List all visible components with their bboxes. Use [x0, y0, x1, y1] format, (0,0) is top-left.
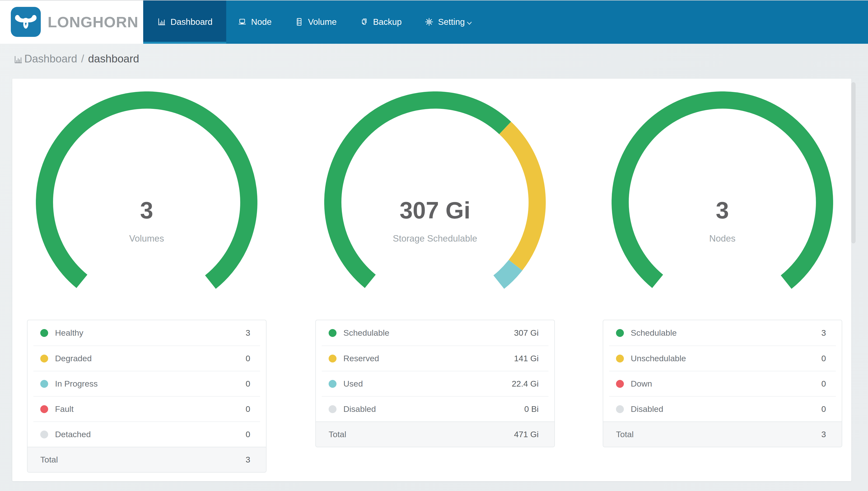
legend-dot [40, 431, 48, 438]
legend-label: Schedulable [343, 328, 389, 338]
nav-item-volume[interactable]: Volume [295, 0, 337, 44]
nav-item-label: Setting [438, 17, 465, 27]
legend-row: Detached0 [33, 422, 260, 447]
copy-icon [360, 18, 369, 26]
legend-total-label: Total [616, 430, 634, 439]
bar-chart-icon [157, 18, 166, 26]
breadcrumb-section[interactable]: Dashboard [24, 53, 77, 65]
longhorn-logo[interactable] [11, 7, 41, 37]
legend-items: Schedulable307 GiReserved141 GiUsed22.4 … [316, 320, 554, 422]
legend-label: Unschedulable [631, 354, 686, 363]
top-hairline [0, 0, 868, 0]
legend-total-value: 3 [822, 430, 826, 439]
nav-item-label: Node [251, 17, 272, 27]
legend-dot [616, 380, 624, 388]
legend-dot [40, 355, 48, 363]
legend-label: Fault [55, 404, 74, 414]
legend-items: Schedulable3Unschedulable0Down0Disabled0 [603, 320, 842, 422]
storage-legend: Schedulable307 GiReserved141 GiUsed22.4 … [315, 320, 555, 447]
scrollbar-thumb[interactable] [851, 82, 856, 243]
storage-gauge: 307 Gi Storage Schedulable [324, 91, 546, 313]
bull-icon [14, 10, 38, 34]
nav-item-backup[interactable]: Backup [360, 0, 402, 44]
legend-dot [616, 405, 624, 413]
legend-total-value: 3 [246, 455, 250, 464]
bar-chart-icon [13, 55, 23, 64]
logo-section: LONGHORN [0, 0, 143, 44]
legend-label: In Progress [55, 379, 98, 388]
brand-title: LONGHORN [48, 13, 138, 31]
legend-value: 0 [822, 354, 826, 363]
nav-items: Dashboard Node Volume [143, 0, 484, 44]
legend-total-label: Total [40, 455, 58, 464]
navbar: LONGHORN Dashboard Node [0, 0, 868, 44]
legend-row: Disabled0 Bi [322, 396, 549, 422]
legend-dot [40, 329, 48, 337]
legend-value: 0 [246, 404, 250, 414]
legend-value: 0 [246, 379, 250, 388]
legend-dot [329, 405, 337, 413]
gear-icon [425, 18, 434, 26]
legend-dot [616, 355, 624, 363]
volumes-gauge: 3 Volumes [36, 91, 257, 313]
nav-item-label: Backup [373, 17, 402, 27]
nav-item-label: Volume [308, 17, 337, 27]
legend-value: 0 [822, 379, 826, 388]
legend-total-label: Total [329, 430, 346, 439]
legend-row: Schedulable307 Gi [322, 320, 549, 346]
breadcrumb-page: dashboard [88, 53, 139, 65]
legend-value: 307 Gi [514, 328, 539, 338]
server-icon [295, 18, 304, 26]
legend-label: Down [631, 379, 652, 388]
legend-value: 141 Gi [514, 354, 539, 363]
legend-row: Degraded0 [33, 346, 260, 371]
legend-row: In Progress0 [33, 371, 260, 396]
gauge-segment [612, 91, 833, 313]
legend-dot [40, 380, 48, 388]
legend-value: 0 [246, 430, 250, 439]
breadcrumb-separator: / [81, 53, 84, 65]
legend-value: 0 [822, 404, 826, 414]
legend-label: Degraded [55, 354, 92, 363]
nodes-legend: Schedulable3Unschedulable0Down0Disabled0… [603, 320, 842, 447]
legend-items: Healthy3Degraded0In Progress0Fault0Detac… [28, 320, 266, 447]
volumes-legend: Healthy3Degraded0In Progress0Fault0Detac… [27, 320, 267, 472]
legend-row: Unschedulable0 [609, 346, 836, 371]
legend-dot [616, 329, 624, 337]
legend-label: Schedulable [631, 328, 677, 338]
legend-value: 3 [822, 328, 826, 338]
legend-total-row: Total3 [603, 422, 842, 447]
nav-item-dashboard[interactable]: Dashboard [143, 0, 226, 44]
legend-dot [329, 380, 337, 388]
gauge-segment [36, 91, 257, 313]
legend-value: 3 [246, 328, 250, 338]
legend-row: Schedulable3 [609, 320, 836, 346]
legend-row: Down0 [609, 371, 836, 396]
legend-label: Disabled [343, 404, 376, 414]
legend-dot [40, 405, 48, 413]
legend-value: 22.4 Gi [512, 379, 539, 388]
legend-row: Healthy3 [33, 320, 260, 346]
laptop-icon [238, 18, 247, 26]
legend-dot [329, 355, 337, 363]
legend-row: Reserved141 Gi [322, 346, 549, 371]
chevron-down-icon [466, 19, 472, 25]
legend-value: 0 Bi [524, 404, 539, 414]
legend-total-value: 471 Gi [514, 430, 539, 439]
legend-label: Detached [55, 430, 91, 439]
legend-value: 0 [246, 354, 250, 363]
legend-label: Used [343, 379, 363, 388]
legend-total-row: Total471 Gi [316, 422, 554, 447]
legend-total-row: Total3 [28, 447, 266, 472]
legend-row: Used22.4 Gi [322, 371, 549, 396]
nav-item-node[interactable]: Node [238, 0, 272, 44]
nav-item-label: Dashboard [170, 17, 213, 27]
legend-label: Healthy [55, 328, 83, 338]
nodes-gauge: 3 Nodes [612, 91, 833, 313]
legend-row: Fault0 [33, 396, 260, 422]
nav-item-setting[interactable]: Setting [425, 0, 472, 44]
breadcrumb: Dashboard / dashboard [13, 53, 139, 65]
legend-row: Disabled0 [609, 396, 836, 422]
legend-label: Reserved [343, 354, 379, 363]
legend-label: Disabled [631, 404, 663, 414]
